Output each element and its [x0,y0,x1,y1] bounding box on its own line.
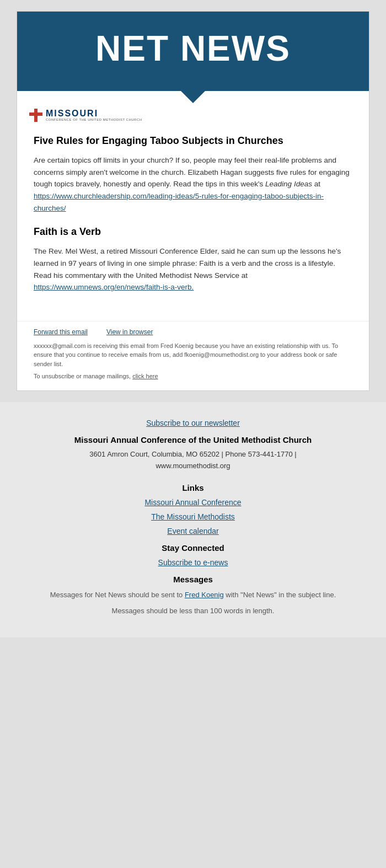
email-footer: Forward this email View in browser xxxxx… [17,321,369,391]
messages-body: Messages for Net News should be sent to … [11,590,375,601]
unsub-link[interactable]: click here [132,373,158,379]
email-footer-note: xxxxxx@gmail.com is receiving this email… [34,341,352,369]
address-line1: 3601 Amron Court, Columbia, MO 65202 | P… [89,450,296,458]
subscribe-enews-link[interactable]: Subscribe to e-news [11,558,375,567]
footer-link-mac[interactable]: Missouri Annual Conference [11,498,375,507]
umc-cross-icon [28,108,44,123]
subscribe-newsletter-link[interactable]: Subscribe to our newsletter [11,419,375,427]
article-1: Five Rules for Engaging Taboo Subjects i… [34,134,352,214]
missouri-subtitle: CONFERENCE OF THE UNITED METHODIST CHURC… [46,118,142,121]
stay-connected-title: Stay Connected [11,543,375,553]
messages-text1: Messages for Net News should be sent to [50,591,185,599]
fred-koenig-link[interactable]: Fred Koenig [185,591,224,599]
email-footer-links: Forward this email View in browser [34,327,352,336]
footer-link-mm[interactable]: The Missouri Methodists [11,512,375,521]
messages-text2: with "Net News" in the subject line. [224,591,336,599]
page-wrapper: NET NEWS MISSOURI CONFERENCE OF THE UNIT… [0,11,386,637]
org-name: Missouri Annual Conference of the United… [11,435,375,444]
email-footer-unsub: To unsubscribe or manage mailings, click… [34,373,352,379]
banner-title: NET NEWS [28,28,358,69]
unsub-text: To unsubscribe or manage mailings, [34,373,132,379]
article-1-title: Five Rules for Engaging Taboo Subjects i… [34,134,352,148]
forward-email-link[interactable]: Forward this email [34,328,88,336]
article-2-title: Faith is a Verb [34,225,352,239]
content-area: Five Rules for Engaging Taboo Subjects i… [17,123,369,321]
logo-row: MISSOURI CONFERENCE OF THE UNITED METHOD… [17,103,369,123]
article-2-link[interactable]: https://www.umnews.org/en/news/faith-is-… [34,283,194,291]
article-2: Faith is a Verb The Rev. Mel West, a ret… [34,225,352,293]
svg-point-2 [34,113,38,117]
header-banner: NET NEWS [17,12,369,91]
article-2-body: The Rev. Mel West, a retired Missouri Co… [34,245,352,293]
messages-title: Messages [11,575,375,584]
article-1-body: Are certain topics off limits in your ch… [34,154,352,214]
missouri-text: MISSOURI CONFERENCE OF THE UNITED METHOD… [46,109,142,121]
banner-arrow [181,91,205,103]
missouri-logo: MISSOURI CONFERENCE OF THE UNITED METHOD… [28,108,142,123]
email-card: NET NEWS MISSOURI CONFERENCE OF THE UNIT… [17,11,369,391]
address-line2: www.moumethodist.org [156,462,230,470]
missouri-name: MISSOURI [46,109,142,118]
bottom-footer: Subscribe to our newsletter Missouri Ann… [0,402,386,637]
org-address: 3601 Amron Court, Columbia, MO 65202 | P… [11,449,375,472]
links-section-title: Links [11,483,375,492]
article-1-link[interactable]: https://www.churchleadership.com/leading… [34,192,324,212]
footer-link-calendar[interactable]: Event calendar [11,527,375,535]
messages-note: Messages should be less than 100 words i… [11,606,375,617]
view-browser-link[interactable]: View in browser [106,328,153,336]
